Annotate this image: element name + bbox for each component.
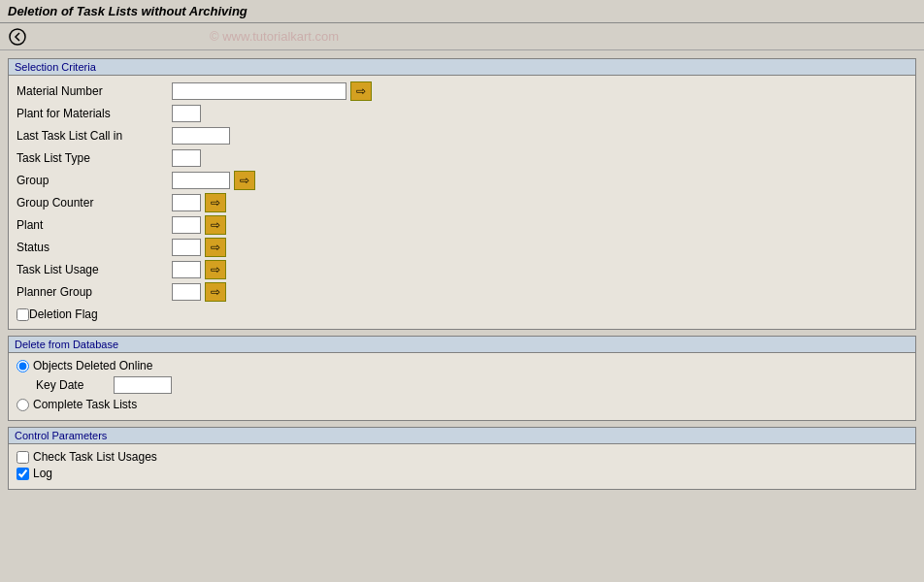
back-icon[interactable]: [8, 27, 27, 47]
selection-criteria-body: Material Number Plant for Materials Last…: [9, 76, 915, 329]
main-content: Selection Criteria Material Number Plant…: [0, 50, 924, 498]
control-parameters-section: Control Parameters Check Task List Usage…: [8, 427, 916, 490]
arrow-button-group-counter[interactable]: [205, 193, 226, 212]
label-objects-deleted-online: Objects Deleted Online: [33, 359, 152, 372]
arrow-button-plant[interactable]: [205, 215, 226, 235]
form-row-last-task-list-call-in: Last Task List Call in: [16, 126, 908, 146]
deletion-flag-label: Deletion Flag: [29, 307, 98, 321]
form-row-plant: Plant: [16, 215, 908, 235]
label-plant: Plant: [16, 218, 172, 232]
control-parameters-header: Control Parameters: [9, 428, 915, 444]
deletion-flag-row: Deletion Flag: [16, 307, 908, 321]
radio-row-complete-task-lists: Complete Task Lists: [16, 398, 908, 411]
label-task-list-usage: Task List Usage: [16, 263, 172, 276]
input-plant-for-materials[interactable]: [172, 105, 201, 122]
arrow-button-group[interactable]: [234, 171, 255, 190]
radio-row-objects-deleted-online: Objects Deleted Online: [16, 359, 908, 372]
input-group-counter[interactable]: [172, 194, 201, 211]
form-row-status: Status: [16, 238, 908, 257]
delete-from-database-body: Objects Deleted Online Key Date Complete…: [9, 353, 915, 420]
input-task-list-usage[interactable]: [172, 261, 201, 278]
arrow-button-material-number[interactable]: [350, 81, 372, 101]
arrow-button-planner-group[interactable]: [205, 282, 226, 302]
form-row-task-list-usage: Task List Usage: [16, 260, 908, 279]
checkbox-row-check-task-list-usages: Check Task List Usages: [16, 450, 908, 464]
label-material-number: Material Number: [16, 84, 172, 98]
selection-criteria-header: Selection Criteria: [9, 59, 915, 76]
watermark: © www.tutorialkart.com: [210, 29, 339, 44]
checkbox-check-task-list-usages[interactable]: [16, 451, 29, 464]
input-group[interactable]: [172, 172, 230, 189]
form-row-material-number: Material Number: [16, 81, 908, 101]
label-group: Group: [16, 174, 172, 187]
input-key-date[interactable]: [114, 376, 172, 394]
label-planner-group: Planner Group: [16, 285, 172, 299]
label-task-list-type: Task List Type: [16, 151, 172, 165]
input-task-list-type[interactable]: [172, 149, 201, 167]
page-title: Deletion of Task Lists without Archiving: [8, 4, 248, 18]
form-row-planner-group: Planner Group: [16, 282, 908, 302]
toolbar: © www.tutorialkart.com: [0, 23, 924, 50]
delete-from-database-section: Delete from Database Objects Deleted Onl…: [8, 336, 916, 421]
label-status: Status: [16, 241, 172, 254]
key-date-row: Key Date: [36, 375, 908, 395]
form-row-task-list-type: Task List Type: [16, 148, 908, 168]
input-plant[interactable]: [172, 216, 201, 234]
title-bar: Deletion of Task Lists without Archiving: [0, 0, 924, 23]
label-group-counter: Group Counter: [16, 196, 172, 210]
input-planner-group[interactable]: [172, 283, 201, 301]
label-key-date: Key Date: [36, 378, 114, 392]
delete-from-database-header: Delete from Database: [9, 337, 915, 353]
deletion-flag-checkbox[interactable]: [16, 308, 29, 321]
checkbox-log[interactable]: [16, 468, 29, 480]
label-last-task-list-call-in: Last Task List Call in: [16, 129, 172, 143]
radio-complete-task-lists[interactable]: [16, 399, 29, 411]
label-plant-for-materials: Plant for Materials: [16, 107, 172, 120]
label-complete-task-lists: Complete Task Lists: [33, 398, 137, 411]
arrow-button-status[interactable]: [205, 238, 226, 257]
input-status[interactable]: [172, 239, 201, 256]
radio-objects-deleted-online[interactable]: [16, 360, 29, 372]
input-material-number[interactable]: [172, 82, 346, 100]
form-row-plant-for-materials: Plant for Materials: [16, 104, 908, 123]
label-check-task-list-usages: Check Task List Usages: [33, 450, 157, 464]
form-row-group: Group: [16, 171, 908, 190]
label-log: Log: [33, 467, 52, 480]
arrow-button-task-list-usage[interactable]: [205, 260, 226, 279]
selection-criteria-section: Selection Criteria Material Number Plant…: [8, 58, 916, 330]
control-parameters-body: Check Task List Usages Log: [9, 444, 915, 489]
checkbox-row-log: Log: [16, 467, 908, 480]
form-row-group-counter: Group Counter: [16, 193, 908, 212]
input-last-task-list-call-in[interactable]: [172, 127, 230, 145]
svg-point-0: [10, 29, 25, 45]
